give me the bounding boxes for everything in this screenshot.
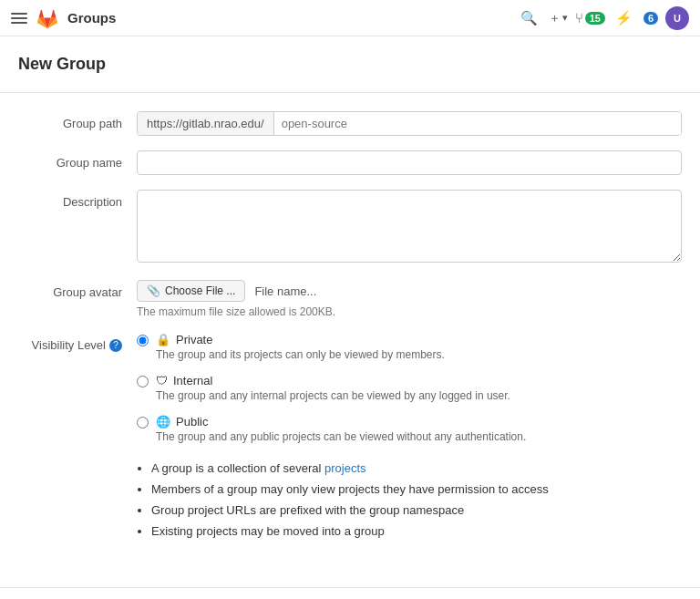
info-bullets-list: A group is a collection of several proje… — [137, 461, 682, 538]
header-right: 🔍 ＋▾ ⑂ 15 ⚡ 6 U — [518, 6, 689, 30]
internal-label: Internal — [173, 374, 212, 387]
create-menu-button[interactable]: ＋▾ — [549, 10, 568, 26]
group-name-row: Group name — [18, 150, 682, 175]
main-content: New Group Group path https://gitlab.nrao… — [0, 36, 700, 599]
header-left: Groups — [11, 5, 509, 31]
visibility-public-option: 🌐 Public The group and any public projec… — [137, 415, 682, 443]
group-avatar-control: 📎 Choose File ... File name... The maxim… — [137, 280, 682, 318]
internal-radio-wrap — [137, 376, 149, 390]
group-path-input[interactable] — [274, 112, 681, 135]
merge-requests-button[interactable]: ⑂ 15 — [575, 10, 605, 26]
todos-button[interactable]: 6 — [643, 12, 658, 25]
description-control — [137, 190, 682, 265]
lock-icon: 🔒 — [156, 333, 170, 346]
visibility-options: 🔒 Private The group and its projects can… — [137, 333, 682, 443]
group-path-input-wrap: https://gitlab.nrao.edu/ — [137, 111, 682, 136]
todo-badge: 6 — [643, 12, 658, 25]
file-name-label: File name... — [254, 284, 316, 298]
visibility-row: Visibility Level ? 🔒 Private — [18, 333, 682, 545]
visibility-info-icon[interactable]: ? — [109, 339, 122, 352]
visibility-label-text: Visibility Level — [32, 338, 106, 352]
internal-description: The group and any internal projects can … — [156, 389, 510, 402]
visibility-private-option: 🔒 Private The group and its projects can… — [137, 333, 682, 361]
info-bullet-4: Existing projects may be moved into a gr… — [151, 524, 682, 538]
visibility-label-wrap: Visibility Level ? — [18, 338, 122, 352]
choose-file-button[interactable]: 📎 Choose File ... — [137, 280, 245, 302]
group-name-label: Group name — [18, 150, 137, 170]
hamburger-menu-icon[interactable] — [11, 10, 27, 26]
visibility-internal-option: 🛡 Internal The group and any internal pr… — [137, 374, 682, 402]
private-option-content: 🔒 Private The group and its projects can… — [156, 333, 445, 361]
globe-icon: 🌐 — [156, 415, 170, 429]
group-name-control — [137, 150, 682, 175]
issues-icon[interactable]: ⚡ — [612, 6, 636, 30]
private-radio[interactable] — [137, 335, 149, 346]
group-path-prefix: https://gitlab.nrao.edu/ — [138, 112, 274, 135]
header: Groups 🔍 ＋▾ ⑂ 15 ⚡ 6 U — [0, 0, 700, 36]
projects-link[interactable]: projects — [324, 461, 366, 475]
private-radio-wrap — [137, 335, 149, 349]
file-upload-wrap: 📎 Choose File ... File name... — [137, 280, 682, 302]
internal-option-content: 🛡 Internal The group and any internal pr… — [156, 374, 510, 402]
app-title: Groups — [67, 10, 116, 26]
new-group-form: Group path https://gitlab.nrao.edu/ Grou… — [0, 93, 700, 578]
public-option-content: 🌐 Public The group and any public projec… — [156, 415, 526, 443]
search-icon[interactable]: 🔍 — [518, 6, 541, 30]
private-option-header: 🔒 Private — [156, 333, 445, 346]
description-input[interactable] — [137, 190, 682, 263]
paperclip-icon: 📎 — [147, 284, 160, 297]
group-name-input[interactable] — [137, 150, 682, 175]
group-avatar-label: Group avatar — [18, 280, 137, 299]
info-bullet-2: Members of a group may only view project… — [151, 482, 682, 496]
footer-actions: Create group Cancel — [0, 587, 700, 599]
file-size-hint: The maximum file size allowed is 200KB. — [137, 305, 682, 318]
user-avatar[interactable]: U — [665, 6, 689, 30]
visibility-control: 🔒 Private The group and its projects can… — [137, 333, 682, 545]
visibility-label: Visibility Level ? — [18, 333, 137, 352]
description-row: Description — [18, 190, 682, 265]
public-radio[interactable] — [137, 417, 149, 429]
group-path-control: https://gitlab.nrao.edu/ — [137, 111, 682, 136]
mr-badge: 15 — [585, 12, 605, 25]
public-radio-wrap — [137, 417, 149, 431]
public-option-header: 🌐 Public — [156, 415, 526, 429]
private-label: Private — [176, 333, 212, 346]
choose-file-label: Choose File ... — [165, 284, 235, 297]
group-avatar-row: Group avatar 📎 Choose File ... File name… — [18, 280, 682, 318]
public-label: Public — [176, 415, 208, 429]
internal-radio[interactable] — [137, 376, 149, 387]
gitlab-logo — [35, 5, 60, 31]
group-path-label: Group path — [18, 111, 137, 130]
description-label: Description — [18, 190, 137, 209]
page-title: New Group — [0, 55, 700, 93]
public-description: The group and any public projects can be… — [156, 430, 526, 443]
shield-icon: 🛡 — [156, 374, 168, 387]
internal-option-header: 🛡 Internal — [156, 374, 510, 387]
private-description: The group and its projects can only be v… — [156, 348, 445, 361]
info-bullet-1: A group is a collection of several proje… — [151, 461, 682, 475]
group-path-row: Group path https://gitlab.nrao.edu/ — [18, 111, 682, 136]
info-bullet-3: Group project URLs are prefixed with the… — [151, 503, 682, 517]
